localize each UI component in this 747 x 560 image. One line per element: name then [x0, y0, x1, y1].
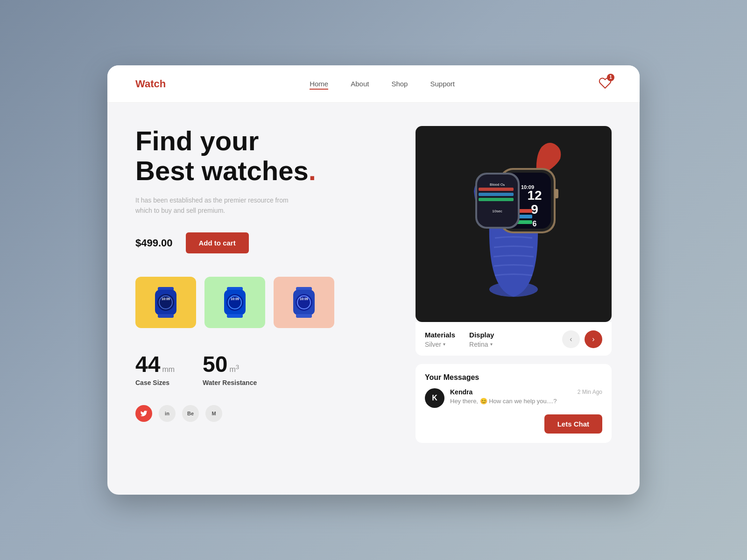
behance-icon[interactable]: Be [182, 405, 199, 422]
social-row: in Be M [135, 405, 388, 422]
svg-point-2 [157, 294, 174, 311]
svg-rect-34 [479, 188, 514, 191]
messages-box: Your Messages K Kendra 2 Min Ago Hey the… [416, 364, 612, 443]
materials-selector: Materials Silver ▾ [425, 331, 455, 348]
watch-thumb-pink[interactable]: 10:09 [274, 277, 334, 328]
medium-icon[interactable]: M [205, 405, 222, 422]
svg-rect-36 [479, 198, 514, 201]
specs-row: 44 mm Case Sizes 50 m3 Water Resistance [135, 351, 388, 386]
materials-value[interactable]: Silver ▾ [425, 341, 455, 348]
svg-text:10:09: 10:09 [231, 297, 239, 301]
svg-point-8 [226, 294, 243, 311]
spec-water-resistance: 50 m3 Water Resistance [203, 351, 257, 386]
nav: Home About Shop Support [166, 80, 599, 88]
lets-chat-button[interactable]: Lets Chat [544, 414, 602, 434]
nav-arrows: ‹ › [562, 330, 602, 348]
product-price: $499.00 [135, 237, 173, 249]
message-sender: Kendra [450, 388, 472, 396]
chat-btn-row: Lets Chat [425, 414, 602, 434]
svg-text:12: 12 [527, 188, 542, 203]
svg-text:10:09: 10:09 [162, 297, 170, 301]
left-column: Find your Best watches. It has been esta… [135, 126, 388, 443]
cart-area: 1 [599, 77, 612, 91]
twitter-icon[interactable] [135, 405, 152, 422]
cart-button[interactable]: 1 [599, 77, 612, 91]
avatar: K [425, 388, 444, 408]
nav-support[interactable]: Support [430, 80, 455, 88]
selector-row: Materials Silver ▾ Display Retina ▾ ‹ › [416, 322, 612, 356]
watch-thumb-green[interactable]: 10:09 [204, 277, 265, 328]
prev-button[interactable]: ‹ [562, 330, 580, 348]
svg-point-14 [296, 294, 312, 311]
spec-case-size: 44 mm Case Sizes [135, 351, 175, 386]
hero-title: Find your Best watches. [135, 126, 388, 186]
header: Watch Home About Shop Support 1 [107, 65, 640, 103]
logo: Watch [135, 78, 166, 90]
app-card: Watch Home About Shop Support 1 Find you… [107, 65, 640, 495]
svg-text:10sec: 10sec [492, 209, 502, 213]
linkedin-icon[interactable]: in [159, 405, 176, 422]
message-text: Hey there, 😊 How can we help you....? [450, 398, 602, 405]
watch-hero-image: 10:09 12 9 6 10sec [416, 126, 612, 322]
display-label: Display [469, 331, 494, 339]
watch-thumbnails: 10:09 10:09 [135, 277, 388, 328]
message-time: 2 Min Ago [578, 389, 602, 395]
message-row: K Kendra 2 Min Ago Hey there, 😊 How can … [425, 388, 602, 408]
svg-text:6: 6 [533, 220, 537, 228]
messages-title: Your Messages [425, 373, 602, 382]
svg-rect-35 [479, 193, 514, 196]
hero-description: It has been established as the premier r… [135, 195, 294, 216]
price-row: $499.00 Add to cart [135, 232, 388, 253]
cart-badge: 1 [607, 74, 614, 81]
nav-home[interactable]: Home [310, 80, 328, 88]
watch-thumb-yellow[interactable]: 10:09 [135, 277, 196, 328]
display-selector: Display Retina ▾ [469, 331, 494, 348]
message-content: Kendra 2 Min Ago Hey there, 😊 How can we… [450, 388, 602, 405]
materials-chevron: ▾ [443, 342, 445, 347]
nav-about[interactable]: About [351, 80, 369, 88]
svg-text:10:09: 10:09 [300, 297, 308, 301]
right-column: 10:09 12 9 6 10sec [416, 126, 612, 443]
main-content: Find your Best watches. It has been esta… [107, 103, 640, 462]
nav-shop[interactable]: Shop [391, 80, 408, 88]
svg-text:9: 9 [531, 202, 538, 217]
message-top: Kendra 2 Min Ago [450, 388, 602, 396]
svg-rect-3 [158, 314, 174, 318]
display-chevron: ▾ [490, 342, 493, 347]
svg-rect-9 [227, 314, 243, 318]
add-to-cart-button[interactable]: Add to cart [186, 232, 249, 253]
display-value[interactable]: Retina ▾ [469, 341, 494, 348]
next-button[interactable]: › [585, 330, 602, 348]
svg-rect-29 [555, 189, 558, 198]
svg-text:Blood O₂: Blood O₂ [490, 182, 505, 187]
materials-label: Materials [425, 331, 455, 339]
svg-rect-15 [296, 314, 312, 318]
